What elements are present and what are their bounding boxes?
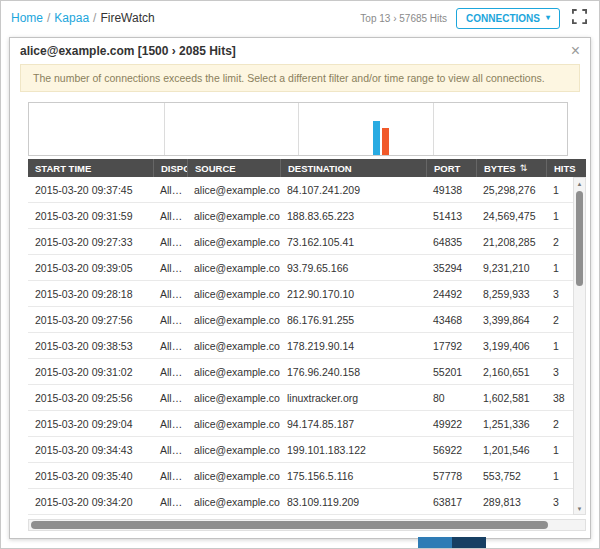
sort-icon: ⇅ — [520, 163, 528, 173]
table-row[interactable]: 2015-03-20 09:27:33 Allowed alice@exampl… — [28, 229, 573, 255]
chart-gridline — [433, 103, 434, 155]
vertical-scrollbar-thumb[interactable] — [576, 191, 583, 286]
cell-destination: 188.83.65.223 — [280, 210, 426, 222]
table-row[interactable]: 2015-03-20 09:37:45 Allowed alice@exampl… — [28, 177, 573, 203]
cell-bytes: 8,259,933 — [476, 288, 546, 300]
cell-port: 51413 — [426, 210, 476, 222]
breadcrumb-current: FireWatch — [100, 11, 154, 25]
cell-destination: 84.107.241.209 — [280, 184, 426, 196]
cell-port: 55201 — [426, 366, 476, 378]
warning-text: The number of connections exceeds the li… — [33, 72, 545, 84]
cell-hits: 3 — [546, 288, 573, 300]
cell-bytes: 289,813 — [476, 496, 546, 508]
cell-port: 63817 — [426, 496, 476, 508]
cell-disposition: Allowed — [153, 418, 187, 430]
panel-title: alice@example.com [1500 › 2085 Hits] — [20, 44, 236, 58]
table-row[interactable]: 2015-03-20 09:34:20 Allowed alice@exampl… — [28, 489, 573, 515]
horizontal-scrollbar[interactable] — [28, 519, 586, 531]
table-body-wrap: 2015-03-20 09:37:45 Allowed alice@exampl… — [28, 177, 586, 515]
cell-start-time: 2015-03-20 09:31:02 — [28, 366, 153, 378]
cell-hits: 1 — [546, 470, 573, 482]
column-header-bytes[interactable]: BYTES ⇅ — [476, 159, 546, 177]
cell-destination: 199.101.183.122 — [280, 444, 426, 456]
partial-footer-right — [452, 537, 486, 548]
fullscreen-icon — [572, 9, 587, 27]
cell-source: alice@example.com — [187, 418, 280, 430]
cell-bytes: 1,201,546 — [476, 444, 546, 456]
cell-disposition: Allowed — [153, 314, 187, 326]
breadcrumb-separator: / — [93, 11, 96, 25]
breadcrumb-separator: / — [47, 11, 50, 25]
column-header-source[interactable]: SOURCE — [187, 159, 280, 177]
column-header-disposition[interactable]: DISPOSITION — [153, 159, 187, 177]
cell-port: 57778 — [426, 470, 476, 482]
connections-button[interactable]: CONNECTIONS ▾ — [456, 8, 560, 29]
connections-table: START TIME DISPOSITION SOURCE DESTINATIO… — [28, 159, 586, 515]
table-row[interactable]: 2015-03-20 09:35:40 Allowed alice@exampl… — [28, 463, 573, 489]
vertical-scrollbar[interactable]: ▲ ▼ — [573, 177, 586, 515]
topbar-right: Top 13 › 57685 Hits CONNECTIONS ▾ — [360, 8, 589, 29]
table-row[interactable]: 2015-03-20 09:39:05 Allowed alice@exampl… — [28, 255, 573, 281]
column-header-hits[interactable]: HITS — [546, 159, 586, 177]
table-header: START TIME DISPOSITION SOURCE DESTINATIO… — [28, 159, 586, 177]
hits-summary: Top 13 › 57685 Hits — [360, 13, 447, 24]
cell-destination: 93.79.65.166 — [280, 262, 426, 274]
table-body: 2015-03-20 09:37:45 Allowed alice@exampl… — [28, 177, 573, 515]
vertical-scrollbar-track[interactable] — [574, 189, 585, 503]
breadcrumb-kapaa[interactable]: Kapaa — [54, 11, 89, 25]
warning-banner: The number of connections exceeds the li… — [20, 64, 580, 92]
cell-source: alice@example.com — [187, 314, 280, 326]
cell-hits: 1 — [546, 184, 573, 196]
cell-hits: 1 — [546, 340, 573, 352]
cell-port: 80 — [426, 392, 476, 404]
topbar: Home / Kapaa / FireWatch Top 13 › 57685 … — [1, 1, 599, 35]
cell-hits: 1 — [546, 210, 573, 222]
table-row[interactable]: 2015-03-20 09:25:56 Allowed alice@exampl… — [28, 385, 573, 411]
cell-port: 24492 — [426, 288, 476, 300]
cell-bytes: 1,251,336 — [476, 418, 546, 430]
cell-start-time: 2015-03-20 09:28:18 — [28, 288, 153, 300]
cell-hits: 1 — [546, 444, 573, 456]
cell-destination: 86.176.91.255 — [280, 314, 426, 326]
cell-disposition: Allowed — [153, 236, 187, 248]
connections-detail-panel: alice@example.com [1500 › 2085 Hits] × T… — [9, 37, 591, 539]
chart-bar — [382, 128, 389, 155]
table-row[interactable]: 2015-03-20 09:31:59 Allowed alice@exampl… — [28, 203, 573, 229]
table-row[interactable]: 2015-03-20 09:29:04 Allowed alice@exampl… — [28, 411, 573, 437]
cell-port: 43468 — [426, 314, 476, 326]
fullscreen-button[interactable] — [569, 8, 589, 28]
close-icon[interactable]: × — [571, 43, 580, 59]
table-row[interactable]: 2015-03-20 09:31:02 Allowed alice@exampl… — [28, 359, 573, 385]
column-header-destination[interactable]: DESTINATION — [280, 159, 426, 177]
breadcrumb-home[interactable]: Home — [11, 11, 43, 25]
cell-bytes: 1,602,581 — [476, 392, 546, 404]
cell-start-time: 2015-03-20 09:35:40 — [28, 470, 153, 482]
column-header-start-time[interactable]: START TIME — [28, 159, 153, 177]
cell-bytes: 9,231,210 — [476, 262, 546, 274]
cell-bytes: 3,199,406 — [476, 340, 546, 352]
table-row[interactable]: 2015-03-20 09:27:56 Allowed alice@exampl… — [28, 307, 573, 333]
cell-disposition: Allowed — [153, 288, 187, 300]
chart-gridline — [164, 103, 165, 155]
cell-hits: 2 — [546, 314, 573, 326]
cell-start-time: 2015-03-20 09:27:33 — [28, 236, 153, 248]
scroll-down-icon[interactable]: ▼ — [574, 503, 585, 514]
partial-footer-element — [418, 537, 486, 548]
cell-hits: 2 — [546, 418, 573, 430]
cell-start-time: 2015-03-20 09:29:04 — [28, 418, 153, 430]
cell-destination: 83.109.119.209 — [280, 496, 426, 508]
scroll-up-icon[interactable]: ▲ — [574, 178, 585, 189]
cell-start-time: 2015-03-20 09:38:53 — [28, 340, 153, 352]
table-row[interactable]: 2015-03-20 09:34:43 Allowed alice@exampl… — [28, 437, 573, 463]
table-row[interactable]: 2015-03-20 09:38:53 Allowed alice@exampl… — [28, 333, 573, 359]
cell-destination: linuxtracker.org — [280, 392, 426, 404]
cell-start-time: 2015-03-20 09:37:45 — [28, 184, 153, 196]
panel-header: alice@example.com [1500 › 2085 Hits] × — [10, 38, 590, 64]
partial-footer-left — [418, 537, 452, 548]
horizontal-scrollbar-thumb[interactable] — [31, 521, 548, 529]
cell-source: alice@example.com — [187, 392, 280, 404]
table-row[interactable]: 2015-03-20 09:28:18 Allowed alice@exampl… — [28, 281, 573, 307]
cell-destination: 176.96.240.158 — [280, 366, 426, 378]
column-header-port[interactable]: PORT — [426, 159, 476, 177]
cell-destination: 178.219.90.14 — [280, 340, 426, 352]
